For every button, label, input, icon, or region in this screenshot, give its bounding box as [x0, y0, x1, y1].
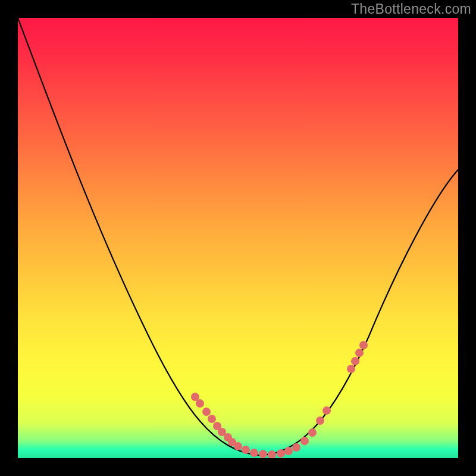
dotted-overlay	[195, 345, 364, 455]
plot-area	[18, 18, 458, 458]
watermark-text: TheBottleneck.com	[351, 1, 471, 17]
chart-frame: TheBottleneck.com	[0, 0, 476, 476]
bottleneck-curve	[18, 18, 458, 455]
curve-svg	[18, 18, 458, 458]
